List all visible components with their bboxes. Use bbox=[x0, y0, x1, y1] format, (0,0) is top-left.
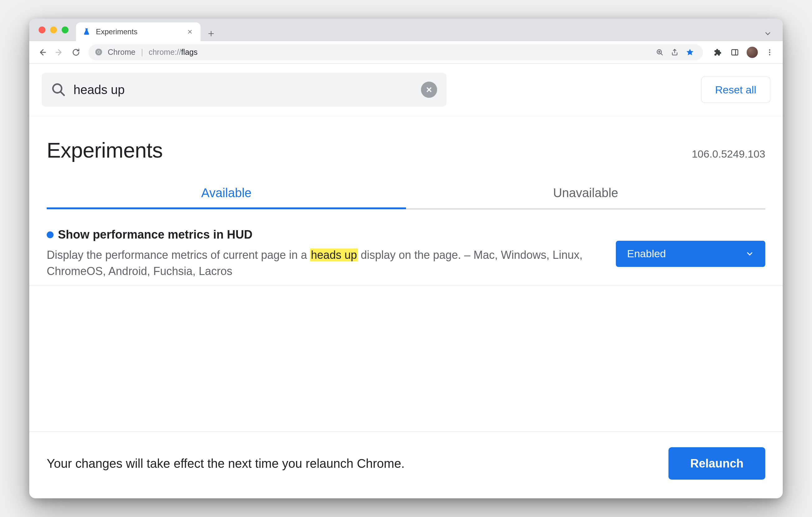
search-highlight: heads up bbox=[310, 249, 357, 261]
tab-strip: Experiments bbox=[29, 19, 783, 41]
search-box[interactable] bbox=[42, 73, 446, 107]
side-panel-icon[interactable] bbox=[727, 45, 742, 60]
reset-all-button[interactable]: Reset all bbox=[701, 77, 770, 103]
chrome-icon bbox=[95, 48, 104, 57]
extensions-icon[interactable] bbox=[710, 45, 725, 60]
svg-point-12 bbox=[769, 54, 770, 55]
clear-search-icon[interactable] bbox=[421, 82, 437, 98]
flag-state-label: Enabled bbox=[627, 248, 666, 260]
tabs: Available Unavailable bbox=[47, 178, 765, 209]
bookmark-star-icon[interactable] bbox=[686, 48, 694, 57]
new-tab-button[interactable] bbox=[204, 26, 219, 41]
header-row: Experiments 106.0.5249.103 bbox=[29, 116, 783, 162]
page-content: Reset all Experiments 106.0.5249.103 Ava… bbox=[29, 63, 783, 498]
modified-dot-icon bbox=[47, 231, 54, 238]
maximize-window-button[interactable] bbox=[62, 26, 68, 33]
browser-tab[interactable]: Experiments bbox=[76, 22, 201, 41]
tab-overflow-button[interactable] bbox=[760, 26, 775, 41]
close-window-button[interactable] bbox=[38, 26, 46, 33]
search-icon bbox=[51, 82, 66, 97]
toolbar: Chrome | chrome://flags bbox=[29, 41, 783, 63]
forward-button bbox=[52, 45, 67, 60]
relaunch-message: Your changes will take effect the next t… bbox=[47, 457, 405, 470]
zoom-icon[interactable] bbox=[656, 48, 664, 56]
search-input[interactable] bbox=[74, 83, 413, 97]
tab-title: Experiments bbox=[96, 27, 181, 36]
relaunch-bar: Your changes will take effect the next t… bbox=[29, 431, 783, 498]
flag-title: Show performance metrics in HUD bbox=[58, 228, 253, 241]
flag-item: Show performance metrics in HUD Display … bbox=[29, 209, 783, 286]
svg-rect-8 bbox=[732, 50, 738, 55]
flag-info: Show performance metrics in HUD Display … bbox=[47, 228, 597, 279]
menu-icon[interactable] bbox=[762, 45, 777, 60]
security-label: Chrome bbox=[108, 48, 136, 57]
flag-control: Enabled bbox=[616, 228, 765, 279]
toolbar-right bbox=[708, 45, 777, 60]
address-bar[interactable]: Chrome | chrome://flags bbox=[88, 44, 703, 60]
page-title: Experiments bbox=[47, 138, 163, 162]
version-label: 106.0.5249.103 bbox=[692, 148, 765, 160]
svg-point-3 bbox=[98, 51, 100, 53]
flag-description: Display the performance metrics of curre… bbox=[47, 247, 597, 279]
tab-unavailable[interactable]: Unavailable bbox=[406, 178, 765, 209]
window-controls bbox=[35, 19, 76, 41]
svg-point-11 bbox=[769, 51, 770, 53]
browser-window: Experiments Chrome | bbox=[29, 19, 783, 498]
minimize-window-button[interactable] bbox=[50, 26, 57, 33]
tab-available[interactable]: Available bbox=[47, 178, 406, 209]
close-tab-icon[interactable] bbox=[185, 27, 194, 36]
svg-rect-0 bbox=[85, 28, 88, 29]
relaunch-button[interactable]: Relaunch bbox=[668, 447, 765, 480]
flask-icon bbox=[82, 27, 91, 36]
back-button[interactable] bbox=[35, 45, 50, 60]
url: chrome://flags bbox=[148, 48, 197, 57]
search-row: Reset all bbox=[29, 63, 783, 116]
svg-point-10 bbox=[769, 49, 770, 51]
separator: | bbox=[140, 48, 144, 57]
svg-line-5 bbox=[661, 53, 663, 55]
svg-line-14 bbox=[61, 92, 64, 95]
flag-state-select[interactable]: Enabled bbox=[616, 241, 765, 267]
profile-avatar[interactable] bbox=[745, 45, 760, 60]
reload-button[interactable] bbox=[68, 45, 83, 60]
chevron-down-icon bbox=[745, 250, 754, 258]
share-icon[interactable] bbox=[671, 48, 679, 56]
